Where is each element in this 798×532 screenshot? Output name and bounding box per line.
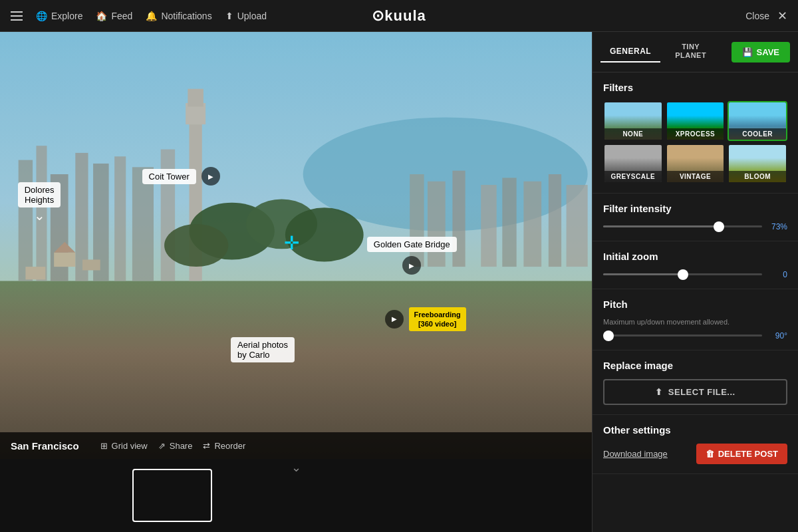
close-label[interactable]: Close [745,11,769,21]
feed-nav-item[interactable]: 🏠 Feed [96,11,132,21]
delete-post-label: DELETE POST [718,449,778,459]
delete-post-button[interactable]: 🗑 DELETE POST [696,444,787,464]
aerial-photos-label: Aerial photosby Carlo [231,337,295,362]
select-file-label: SELECT FILE... [668,387,735,397]
share-button[interactable]: ⇗ Share [158,441,193,451]
pitch-thumb[interactable] [603,331,614,341]
filter-intensity-track[interactable] [603,225,762,227]
logo-text: kuula [384,7,426,24]
hotspot-golden-gate[interactable]: Golden Gate Bridge ▶ [367,237,457,275]
upload-nav-item[interactable]: ⬆ Upload [225,11,267,21]
filter-intensity-section: Filter intensity 73% [593,194,798,241]
thumbnail-3[interactable] [297,469,377,522]
nav-right: Close ✕ [745,9,787,23]
filter-vintage[interactable]: VINTAGE [666,144,726,184]
filter-bloom[interactable]: BLOOM [728,144,787,184]
golden-gate-play-button[interactable]: ▶ [402,256,421,275]
filter-cooler[interactable]: COOLER [728,101,787,141]
hotspot-freeboarding[interactable]: ▶ Freeboarding[360 video] [385,307,466,332]
filter-none[interactable]: NONE [603,101,663,141]
filter-grid: NONE XPROCESS COOLER GREYSCALE VINTAGE [603,101,787,184]
home-icon: 🏠 [96,11,107,21]
initial-zoom-slider-row: 0 [603,270,787,279]
filters-title: Filters [603,82,787,93]
tab-general[interactable]: GENERAL [600,41,660,63]
pitch-track[interactable] [603,334,762,336]
hotspot-aerial-photos[interactable]: Aerial photosby Carlo [231,337,295,362]
initial-zoom-value: 0 [767,270,787,279]
upload-icon: ⬆ [225,11,233,21]
explore-label: Explore [51,11,82,21]
other-settings-title: Other settings [603,424,787,436]
pitch-section: Pitch Maximum up/down movement allowed. … [593,289,798,350]
filter-xprocess[interactable]: XPROCESS [666,101,726,141]
coit-tower-label: Coit Tower [142,169,196,184]
reorder-icon: ⇄ [203,441,210,451]
bell-icon: 🔔 [146,11,157,21]
share-icon: ⇗ [158,441,166,451]
viewer-title: San Francisco [11,440,79,452]
top-navigation: 🌐 Explore 🏠 Feed 🔔 Notifications ⬆ Uploa… [0,0,798,32]
panorama-viewer[interactable]: DoloresHeights ⌄ Coit Tower ▶ ✛ Golden G… [0,32,592,532]
panel-tabs: GENERAL TINYPLANET 💾 SAVE [593,32,798,72]
save-icon: 💾 [742,47,753,57]
logo-icon: ⊙ [372,7,384,24]
grid-view-label: Grid view [112,441,148,451]
pitch-description: Maximum up/down movement allowed. [603,318,787,326]
freeboarding-label: Freeboarding[360 video] [409,307,466,332]
replace-image-section: Replace image ⬆ SELECT FILE... [593,350,798,415]
hotspot-dolores-heights[interactable]: DoloresHeights ⌄ [18,182,61,223]
golden-gate-label: Golden Gate Bridge [367,237,457,252]
pitch-value: 90° [767,331,787,340]
filters-section: Filters NONE XPROCESS COOLER GREYSCALE [593,72,798,194]
reorder-label: Reorder [214,441,245,451]
hotspot-coit-tower[interactable]: Coit Tower ▶ [142,167,220,186]
logo[interactable]: ⊙kuula [372,7,426,25]
initial-zoom-thumb[interactable] [678,269,688,280]
pitch-slider-row: 90° [603,331,787,340]
select-file-button[interactable]: ⬆ SELECT FILE... [603,379,787,405]
initial-zoom-title: Initial zoom [603,251,787,262]
close-icon[interactable]: ✕ [777,9,787,23]
viewer-bottom-bar: San Francisco ⊞ Grid view ⇗ Share ⇄ Reor… [0,432,592,459]
download-image-link[interactable]: Download image [603,449,668,459]
thumbnail-2[interactable] [215,469,295,522]
share-label: Share [170,441,193,451]
freeboarding-play-button[interactable]: ▶ [385,310,404,329]
initial-zoom-section: Initial zoom 0 [593,241,798,289]
feed-label: Feed [111,11,132,21]
coit-tower-play-button[interactable]: ▶ [201,167,220,186]
replace-image-title: Replace image [603,360,787,371]
explore-nav-item[interactable]: 🌐 Explore [36,11,82,21]
other-settings-section: Other settings Download image 🗑 DELETE P… [593,415,798,474]
save-button[interactable]: 💾 SAVE [732,42,790,63]
grid-icon: ⊞ [100,441,108,451]
globe-icon: 🌐 [36,11,47,21]
upload-icon: ⬆ [655,387,663,397]
thumbnail-1[interactable] [132,469,212,522]
dolores-heights-label: DoloresHeights [18,182,61,207]
filter-intensity-thumb[interactable] [714,221,724,232]
initial-zoom-track[interactable] [603,273,762,275]
bottom-actions: Download image 🗑 DELETE POST [603,444,787,464]
tab-tiny-planet[interactable]: TINYPLANET [666,37,716,66]
notifications-label: Notifications [161,11,211,21]
filter-greyscale[interactable]: GREYSCALE [603,144,663,184]
main-content: DoloresHeights ⌄ Coit Tower ▶ ✛ Golden G… [0,32,798,532]
pitch-title: Pitch [603,299,787,310]
save-label: SAVE [757,47,779,57]
grid-view-button[interactable]: ⊞ Grid view [100,441,148,451]
move-cursor-icon[interactable]: ✛ [284,232,299,254]
nav-left: 🌐 Explore 🏠 Feed 🔔 Notifications ⬆ Uploa… [11,11,267,21]
notifications-nav-item[interactable]: 🔔 Notifications [146,11,211,21]
filter-intensity-value: 73% [767,222,787,231]
right-panel: GENERAL TINYPLANET 💾 SAVE Filters NONE X… [592,32,798,532]
viewer-actions: ⊞ Grid view ⇗ Share ⇄ Reorder [100,441,246,451]
reorder-button[interactable]: ⇄ Reorder [203,441,245,451]
chevron-down-icon[interactable]: ⌄ [291,460,301,475]
upload-label: Upload [237,11,267,21]
thumbnail-4[interactable] [380,469,460,522]
menu-button[interactable] [11,11,23,21]
trash-icon: 🗑 [706,449,714,459]
filter-intensity-slider-row: 73% [603,222,787,231]
